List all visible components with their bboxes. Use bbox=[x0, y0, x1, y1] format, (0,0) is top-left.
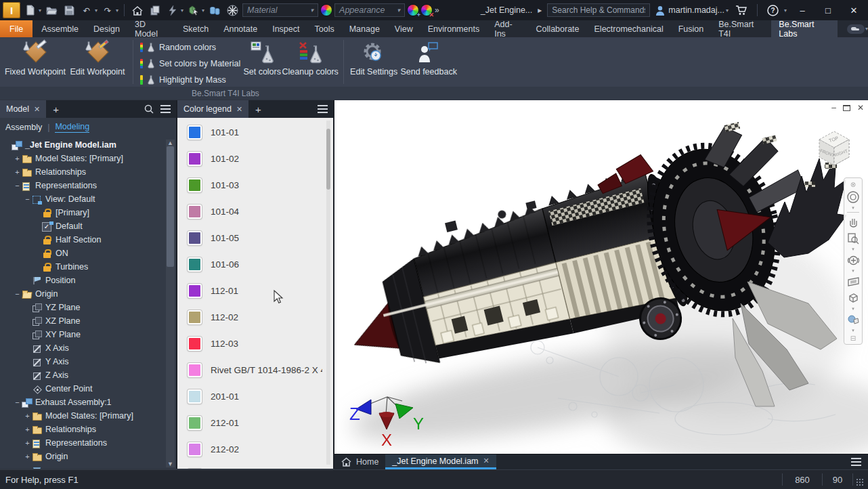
ribbon-tab-electromechanical[interactable]: Electromechanical bbox=[587, 20, 671, 37]
style-dropdown[interactable]: ▾ bbox=[852, 328, 854, 333]
search-input[interactable] bbox=[547, 3, 650, 17]
legend-item[interactable]: 101-05 bbox=[177, 225, 322, 251]
ribbon-tab-environments[interactable]: Environments bbox=[420, 20, 487, 37]
cloud-status-icon[interactable] bbox=[847, 24, 865, 34]
tree-item[interactable]: _Jet Engine Model.iam bbox=[0, 138, 167, 152]
tree-item[interactable]: Center Point bbox=[0, 382, 167, 396]
ribbon-tab-annotate[interactable]: Annotate bbox=[216, 20, 265, 37]
ribbon-tab-collaborate[interactable]: Collaborate bbox=[529, 20, 587, 37]
tree-expand-toggle[interactable]: − bbox=[13, 398, 22, 406]
browser-menu-icon[interactable] bbox=[160, 105, 171, 106]
ribbon-tab-add-ins[interactable]: Add-Ins bbox=[487, 20, 528, 37]
open-file-icon[interactable] bbox=[44, 3, 59, 18]
tree-item[interactable]: −View: Default bbox=[0, 192, 167, 206]
home-icon[interactable] bbox=[130, 3, 145, 18]
zoom-icon[interactable] bbox=[845, 230, 861, 247]
appearance-wheel-icon[interactable] bbox=[225, 3, 240, 18]
orbit-dropdown[interactable]: ▾ bbox=[852, 268, 854, 274]
edit-workpoint-button[interactable]: Edit Workpoint bbox=[66, 37, 129, 87]
navbar-close-icon[interactable]: ⊗ bbox=[845, 179, 861, 189]
pan-icon[interactable] bbox=[845, 214, 861, 230]
tree-expand-toggle[interactable]: + bbox=[23, 439, 32, 447]
browser-tab-model[interactable]: Model ✕ bbox=[0, 100, 46, 118]
resize-grip[interactable] bbox=[856, 478, 864, 486]
save-icon[interactable] bbox=[62, 3, 77, 18]
scrollbar-thumb[interactable] bbox=[167, 146, 174, 267]
viewface-dropdown[interactable]: ▾ bbox=[852, 306, 854, 312]
edit-settings-button[interactable]: Edit Settings bbox=[348, 37, 399, 87]
maximize-button[interactable]: □ bbox=[818, 2, 838, 18]
tree-expand-toggle[interactable]: + bbox=[13, 168, 22, 176]
clear-color-wheel-icon[interactable]: ✕ bbox=[421, 5, 432, 16]
ribbon-tab-inspect[interactable]: Inspect bbox=[265, 20, 307, 37]
tree-expand-toggle[interactable]: − bbox=[13, 290, 22, 298]
search-icon[interactable] bbox=[144, 104, 154, 114]
tree-expand-toggle[interactable]: + bbox=[23, 425, 32, 433]
appearance-combobox[interactable]: Appearance▾ bbox=[334, 3, 405, 17]
minimize-button[interactable]: – bbox=[792, 2, 812, 18]
ribbon-tab-be-smart-t4i[interactable]: Be.Smart T4I bbox=[711, 20, 771, 37]
tree-item[interactable]: −Origin bbox=[0, 287, 167, 301]
tree-item[interactable]: −Exhaust Assembly:1 bbox=[0, 396, 167, 409]
viewport-3d[interactable]: – ✕ TOP FRONT RIGHT ⊗ ▾ ▾ ▾ ▾ bbox=[334, 100, 868, 454]
ribbon-tab-file[interactable]: File bbox=[0, 20, 32, 37]
legend-tab[interactable]: Color legend ✕ bbox=[177, 100, 248, 118]
zoom-dropdown[interactable]: ▾ bbox=[852, 247, 854, 252]
redo-dropdown[interactable]: ▾ bbox=[116, 7, 118, 14]
help-icon[interactable]: ? bbox=[766, 3, 781, 18]
tree-item[interactable]: YZ Plane bbox=[0, 301, 167, 314]
legend-item[interactable]: 112-02 bbox=[177, 304, 322, 331]
ribbon-tab-fusion[interactable]: Fusion bbox=[671, 20, 712, 37]
legend-item[interactable]: 101-06 bbox=[177, 251, 322, 278]
tree-item[interactable]: +Relationships bbox=[0, 165, 167, 179]
inventor-logo-icon[interactable]: I bbox=[3, 2, 20, 18]
close-button[interactable]: ✕ bbox=[844, 2, 864, 18]
tree-item[interactable]: Position bbox=[0, 274, 167, 287]
adjust-color-wheel-icon[interactable]: + bbox=[408, 5, 418, 16]
material-color-wheel-icon[interactable] bbox=[321, 5, 332, 16]
look-at-icon[interactable] bbox=[845, 274, 861, 290]
visual-style-icon[interactable] bbox=[845, 312, 861, 328]
home-tab[interactable]: Home bbox=[334, 454, 385, 469]
tree-expand-toggle[interactable]: − bbox=[23, 195, 32, 203]
toolbar-overflow-chevrons[interactable]: » bbox=[435, 5, 439, 15]
legend-item[interactable]: 101-01 bbox=[177, 119, 322, 146]
ribbon-tab-be-smart-labs[interactable]: Be.Smart Labs bbox=[771, 20, 838, 37]
tree-expand-toggle[interactable]: − bbox=[13, 182, 22, 190]
legend-item[interactable]: 112-03 bbox=[177, 331, 322, 357]
help-dropdown[interactable]: ▾ bbox=[784, 7, 787, 14]
orbit-icon[interactable] bbox=[845, 252, 861, 268]
close-icon[interactable]: ✕ bbox=[483, 456, 490, 465]
ribbon-tab-3d-model[interactable]: 3D Model bbox=[127, 20, 175, 37]
legend-item[interactable]: 212-01 bbox=[177, 410, 322, 436]
tree-item[interactable]: Z Axis bbox=[0, 368, 167, 382]
legend-item[interactable]: Rivet GB/T 1014-1986-2 X 4 bbox=[177, 357, 322, 383]
component-cylinders-icon[interactable] bbox=[207, 3, 222, 18]
tree-item[interactable]: −Representations bbox=[0, 179, 167, 192]
tree-item[interactable]: X Axis bbox=[0, 341, 167, 355]
tree-item[interactable]: +Representations bbox=[0, 436, 167, 450]
tree-expand-toggle[interactable]: + bbox=[23, 412, 32, 420]
close-icon[interactable]: ✕ bbox=[236, 105, 242, 114]
ribbon-tab-view[interactable]: View bbox=[387, 20, 420, 37]
undo-dropdown[interactable]: ▾ bbox=[95, 7, 97, 14]
undo-icon[interactable]: ↶ bbox=[79, 3, 94, 18]
ribbon-tab-tools[interactable]: Tools bbox=[307, 20, 341, 37]
select-box-icon[interactable] bbox=[186, 3, 201, 18]
doc-restore-icon[interactable] bbox=[843, 105, 850, 111]
tree-expand-toggle[interactable]: + bbox=[13, 154, 22, 163]
legend-item[interactable]: 112-01 bbox=[177, 278, 322, 304]
set-colors-by-material-button[interactable]: Set colors by Material bbox=[137, 56, 243, 70]
ribbon-tab-manage[interactable]: Manage bbox=[342, 20, 387, 37]
highlight-by-mass-button[interactable]: Highlight by Mass bbox=[137, 72, 243, 87]
close-icon[interactable]: ✕ bbox=[34, 105, 40, 114]
doc-tabs-menu-icon[interactable] bbox=[851, 458, 861, 459]
doc-close-icon[interactable]: ✕ bbox=[857, 103, 864, 112]
ribbon-tab-assemble[interactable]: Assemble bbox=[34, 20, 86, 37]
tree-item[interactable]: Turbines bbox=[0, 260, 167, 274]
browser-scrollbar[interactable]: ▲ ▼ bbox=[166, 140, 175, 467]
update-lightning-icon[interactable] bbox=[165, 3, 180, 18]
ribbon-tab-sketch[interactable]: Sketch bbox=[175, 20, 216, 37]
cart-icon[interactable] bbox=[734, 3, 749, 18]
redo-icon[interactable]: ↷ bbox=[100, 3, 115, 18]
